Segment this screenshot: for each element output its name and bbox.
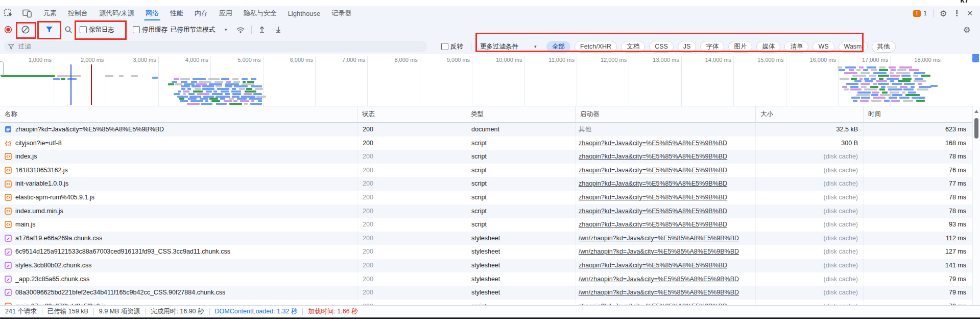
table-row[interactable]: zhaopin?kd=Java&city=%E5%85%A8%E5%9B%BD2…: [0, 123, 980, 136]
network-settings-gear-icon[interactable]: ⚙: [963, 20, 970, 39]
initiator-link[interactable]: zhaopin?kd=Java&city=%E5%85%A8%E5%9B%BD: [579, 153, 727, 160]
initiator-link[interactable]: zhaopin?kd=Java&city=%E5%85%A8%E5%9B%BD: [579, 167, 727, 174]
record-network-log-icon[interactable]: [4, 20, 12, 39]
column-header-启动器[interactable]: 启动器: [576, 106, 756, 122]
initiator-link[interactable]: /wn/zhaopin?kd=Java&city=%E5%85%A8%E5%9B…: [579, 289, 739, 296]
overview-drag-handle[interactable]: [0, 61, 4, 76]
tab-隐私与安全[interactable]: 隐私与安全: [238, 6, 282, 20]
initiator-link[interactable]: zhaopin?kd=Java&city=%E5%85%A8%E5%9B%BD: [579, 180, 727, 187]
column-header-名称[interactable]: 名称: [0, 106, 357, 122]
filter-input[interactable]: [17, 42, 423, 51]
initiator-link[interactable]: /wn/zhaopin?kd=Java&city=%E5%85%A8%E5%9B…: [579, 235, 739, 242]
cell-size: (disk cache): [756, 245, 864, 259]
waterfall-bar: [245, 90, 256, 93]
issues-badge[interactable]: ! 1: [913, 10, 927, 17]
more-options-icon[interactable]: ⋮: [953, 9, 961, 18]
tab-内存[interactable]: 内存: [189, 6, 213, 20]
table-row[interactable]: 6c9514d125a9121533c88a67003ced916131fd93…: [0, 245, 980, 259]
table-row[interactable]: _app.23c85a65.chunk.css200stylesheet/wn/…: [0, 272, 980, 286]
vertical-scrollbar[interactable]: [972, 106, 980, 305]
table-row[interactable]: 08a30096625bd221bfef2ec34b411f165c9b42cc…: [0, 286, 980, 300]
tab-应用[interactable]: 应用: [213, 6, 238, 20]
network-conditions-icon[interactable]: [236, 20, 245, 39]
initiator-link[interactable]: zhaopin?kd=Java&city=%E5%85%A8%E5%9B%BD: [579, 208, 727, 215]
request-name[interactable]: index.umd.min.js: [15, 204, 63, 218]
table-row[interactable]: a176af19.e66a269a.chunk.css200stylesheet…: [0, 232, 980, 245]
page-behind-strip: k7: [0, 0, 980, 6]
request-name[interactable]: elastic-apm-rum%405.9.1.js: [15, 191, 94, 204]
table-row[interactable]: 1618310653162.js200scriptzhaopin?kd=Java…: [0, 164, 980, 177]
waterfall-bar: [192, 85, 201, 87]
request-name[interactable]: index.js: [15, 150, 37, 164]
initiator-link[interactable]: zhaopin?kd=Java&city=%E5%85%A8%E5%9B%BD: [579, 262, 727, 269]
invert-checkbox[interactable]: [441, 39, 448, 54]
scrollbar-thumb[interactable]: [974, 118, 978, 139]
table-row[interactable]: index.js200scriptzhaopin?kd=Java&city=%E…: [0, 150, 980, 164]
column-header-类型[interactable]: 类型: [466, 106, 576, 122]
close-devtools-icon[interactable]: ✕: [967, 9, 973, 17]
settings-gear-icon[interactable]: ⚙: [940, 9, 947, 18]
overview-scroll-button[interactable]: [972, 54, 979, 62]
disable-cache-checkbox[interactable]: [133, 20, 140, 39]
network-overview-timeline[interactable]: 1,000 ms2,000 ms3,000 ms4,000 ms5,000 ms…: [0, 54, 980, 106]
tab-网络[interactable]: 网络: [140, 6, 164, 20]
table-row[interactable]: {;}cityjson?ie=utf-8200scriptzhaopin?kd=…: [0, 136, 980, 150]
tab-性能[interactable]: 性能: [164, 6, 189, 20]
inspect-element-icon[interactable]: [2, 7, 15, 19]
cell-status: 200: [357, 191, 466, 204]
tab-元素[interactable]: 元素: [38, 6, 62, 20]
request-name[interactable]: _app.23c85a65.chunk.css: [15, 272, 89, 286]
table-row[interactable]: init-variable1.0.0.js200scriptzhaopin?kd…: [0, 177, 980, 191]
initiator-link[interactable]: zhaopin?kd=Java&city=%E5%85%A8%E5%9B%BD: [579, 140, 727, 147]
cell-type: stylesheet: [466, 259, 576, 272]
table-row[interactable]: index.umd.min.js200scriptzhaopin?kd=Java…: [0, 204, 980, 218]
tab-记录器[interactable]: 记录器: [326, 6, 357, 20]
waterfall-bar: [229, 103, 242, 105]
import-har-icon[interactable]: [258, 20, 266, 39]
waterfall-bar: [917, 88, 928, 90]
cell-type: script: [466, 300, 576, 305]
initiator-link[interactable]: /wn/zhaopin?kd=Java&city=%E5%85%A8%E5%9B…: [579, 276, 739, 283]
request-name[interactable]: init-variable1.0.0.js: [15, 177, 68, 191]
scrollbar-up-arrow[interactable]: [974, 110, 978, 113]
initiator-link[interactable]: zhaopin?kd=Java&city=%E5%85%A8%E5%9B%BD: [579, 194, 727, 201]
chip-其他[interactable]: 其他: [872, 41, 896, 53]
ruler-tick-label: 8,000 ms: [372, 57, 418, 63]
request-name[interactable]: styles.3cb80b02.chunk.css: [15, 259, 91, 272]
device-toolbar-icon[interactable]: [20, 7, 34, 19]
request-name[interactable]: 08a30096625bd221bfef2ec34b411f165c9b42cc…: [15, 286, 225, 300]
request-name[interactable]: 6c9514d125a9121533c88a67003ced916131fd93…: [15, 245, 230, 259]
tab-Lighthouse[interactable]: Lighthouse: [282, 6, 326, 20]
search-icon[interactable]: [64, 20, 73, 39]
cell-time: 78 ms: [864, 191, 980, 204]
issues-count: 1: [923, 10, 927, 17]
css-icon: [5, 262, 12, 269]
table-row[interactable]: main.js200scriptzhaopin?kd=Java&city=%E5…: [0, 218, 980, 232]
waterfall-bar: [902, 92, 905, 94]
table-row[interactable]: styles.3cb80b02.chunk.css200stylesheetzh…: [0, 259, 980, 272]
table-row[interactable]: elastic-apm-rum%405.9.1.js200scriptzhaop…: [0, 191, 980, 204]
request-name[interactable]: cityjson?ie=utf-8: [15, 136, 62, 150]
request-name[interactable]: main.js: [15, 218, 36, 232]
waterfall-bar: [181, 88, 185, 90]
waterfall-bar: [242, 78, 248, 80]
waterfall-bar: [902, 78, 912, 80]
table-row[interactable]: main.67ac09e972bdd3e5f9e0.js200scriptzha…: [0, 300, 980, 305]
request-name[interactable]: a176af19.e66a269a.chunk.css: [15, 232, 102, 245]
request-name[interactable]: zhaopin?kd=Java&city=%E5%85%A8%E5%9B%BD: [15, 123, 164, 136]
waterfall-bar: [220, 98, 225, 100]
cell-status: 200: [357, 123, 466, 136]
column-header-时间[interactable]: 时间: [864, 106, 980, 122]
throttling-select[interactable]: 已停用节流模式: [171, 20, 216, 39]
request-name[interactable]: main.67ac09e972bdd3e5f9e0.js: [15, 300, 106, 305]
initiator-link[interactable]: zhaopin?kd=Java&city=%E5%85%A8%E5%9B%BD: [579, 221, 727, 228]
column-header-状态[interactable]: 状态: [357, 106, 466, 122]
export-har-icon[interactable]: [275, 20, 282, 39]
waterfall-bar: [234, 85, 248, 87]
tab-源代码/来源[interactable]: 源代码/来源: [93, 6, 140, 20]
initiator-link[interactable]: /wn/zhaopin?kd=Java&city=%E5%85%A8%E5%9B…: [579, 248, 739, 255]
request-name[interactable]: 1618310653162.js: [15, 164, 68, 177]
tab-控制台[interactable]: 控制台: [62, 6, 93, 20]
cell-type: script: [466, 218, 576, 232]
column-header-大小[interactable]: 大小: [756, 106, 864, 122]
